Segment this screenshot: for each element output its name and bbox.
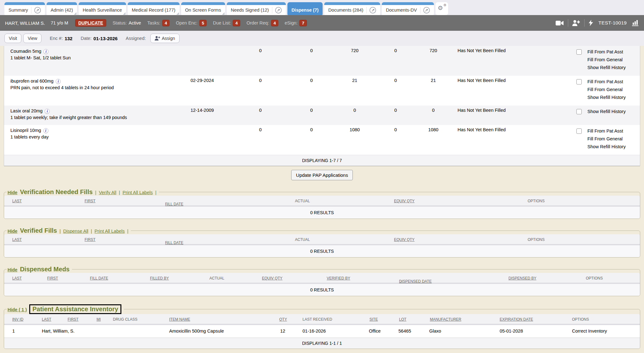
duplicate-badge[interactable]: DUPLICATE [75, 19, 106, 27]
open-in-new-window[interactable]: ↗ [272, 7, 282, 14]
col-last[interactable]: LAST [42, 317, 51, 322]
tab-documents-dv[interactable]: Documents-DV ↗ [382, 2, 434, 15]
info-icon[interactable]: i [45, 109, 50, 114]
tab-label: Documents (284) [328, 8, 363, 13]
col-mi[interactable]: MI [97, 317, 101, 322]
tab-dispense[interactable]: Dispense (7) [287, 2, 323, 15]
quick-actions-lightning-icon[interactable] [589, 20, 593, 26]
fill-from-general-link[interactable]: Fill From General [587, 86, 640, 94]
fill-from-general-link[interactable]: Fill From General [587, 135, 640, 143]
section-title: Verified Fills [20, 227, 57, 234]
correct-inventory-link[interactable]: Correct Inventory [572, 329, 607, 334]
patient-stats-icon[interactable] [632, 20, 639, 26]
col-actual: ACTUAL [295, 237, 310, 242]
col-inv-id[interactable]: INV ID [12, 317, 23, 322]
col-fill-date[interactable]: FILL DATE [90, 276, 108, 280]
tab-admin[interactable]: Admin (42) [47, 2, 77, 15]
hide-link[interactable]: Hide [8, 229, 17, 234]
med-sig: PRN pain, not to exceed 4 tablets in 24 … [10, 84, 175, 91]
open-enc-count-badge[interactable]: 5 [199, 20, 207, 26]
tab-needs-signed[interactable]: Needs Signed (12) ↗ [227, 2, 286, 15]
print-all-labels-link[interactable]: Print All Labels [123, 190, 153, 195]
col-dispensed-by[interactable]: DISPENSED BY [508, 276, 536, 280]
tab-label: Health Surveillance [83, 8, 122, 13]
hide-link[interactable]: Hide ( 1 ) [8, 307, 27, 312]
col-filled-by[interactable]: FILLED BY [150, 276, 169, 280]
col-first[interactable]: FIRST [85, 199, 96, 203]
col-site[interactable]: SITE [369, 317, 378, 322]
menu-fold-icon [222, 12, 225, 15]
menu-fold-icon [176, 12, 179, 15]
med-qty: 1080 [413, 127, 454, 132]
col-first[interactable]: FIRST [68, 317, 79, 322]
fill-from-pat-asst-link[interactable]: Fill From Pat Asst [587, 48, 640, 56]
tab-settings-button[interactable]: ⚙ ⚙ [436, 2, 448, 15]
dispense-all-link[interactable]: Dispense All [63, 229, 88, 234]
info-icon[interactable]: i [43, 128, 48, 133]
verification-needed-fills-section: Hide Verification Needed Fills | Verify … [4, 188, 640, 219]
assign-button[interactable]: Assign [150, 34, 180, 43]
med-qty: 0 [378, 127, 413, 132]
fill-checkbox[interactable] [576, 128, 582, 134]
fill-from-general-link[interactable]: Fill From General [587, 56, 640, 64]
hide-link[interactable]: Hide [8, 190, 17, 195]
video-visit-icon[interactable] [556, 20, 564, 26]
info-icon[interactable]: i [56, 79, 61, 84]
fill-from-pat-asst-link[interactable]: Fill From Pat Asst [587, 127, 640, 135]
tasks-count-badge[interactable]: 4 [162, 20, 170, 26]
col-manufacturer[interactable]: MANUFACTURER [430, 317, 461, 322]
col-verified-by[interactable]: VERIFIED BY [327, 276, 350, 280]
tab-medical-record[interactable]: Medical Record (177) [128, 2, 180, 15]
col-equiv-qty[interactable]: EQUIV QTY [262, 276, 282, 280]
open-in-new-window[interactable]: ↗ [366, 7, 376, 14]
show-refill-history-link[interactable]: Show Refill History [587, 94, 640, 101]
visit-button[interactable]: Visit [4, 34, 21, 43]
open-in-new-window[interactable]: ↗ [31, 7, 41, 14]
view-button[interactable]: View [23, 34, 42, 43]
tab-on-screen-forms[interactable]: On Screen Forms [181, 2, 225, 15]
add-user-icon[interactable] [572, 20, 580, 26]
hide-link[interactable]: Hide [8, 267, 17, 272]
col-first[interactable]: FIRST [85, 237, 96, 242]
col-last[interactable]: LAST [12, 276, 22, 280]
col-equiv-qty[interactable]: EQUIV QTY [394, 237, 414, 242]
fill-checkbox[interactable] [576, 49, 582, 55]
esign-count-badge[interactable]: 7 [299, 20, 307, 26]
med-sig: 1 tablets every day [10, 134, 175, 140]
info-icon[interactable]: i [43, 49, 48, 54]
tab-summary[interactable]: Summary ↗ [4, 2, 45, 15]
tab-documents[interactable]: Documents (284) ↗ [324, 2, 380, 15]
med-sig: 1 tablet po weekly; take if weight great… [10, 114, 175, 121]
col-lot[interactable]: LOT [399, 317, 406, 322]
col-last[interactable]: LAST [12, 199, 22, 203]
due-list-count-badge[interactable]: 4 [233, 20, 240, 26]
col-dispensed-date[interactable]: DISPENSED DATE [399, 279, 432, 284]
col-first[interactable]: FIRST [47, 276, 58, 280]
show-refill-history-link[interactable]: Show Refill History [587, 108, 640, 116]
col-last[interactable]: LAST [12, 237, 22, 242]
med-qty: 21 [413, 78, 454, 83]
open-in-new-window[interactable]: ↗ [420, 7, 430, 14]
col-item-name[interactable]: ITEM NAME [169, 317, 190, 322]
col-options: OPTIONS [528, 199, 545, 203]
order-req-count-badge[interactable]: 4 [271, 20, 279, 26]
col-qty[interactable]: QTY [279, 317, 287, 322]
update-pap-applications-button[interactable]: Update PAP Applications [291, 170, 353, 180]
tab-health-surveillance[interactable]: Health Surveillance [79, 2, 126, 15]
show-refill-history-link[interactable]: Show Refill History [587, 143, 640, 151]
fill-checkbox[interactable] [576, 79, 582, 84]
med-qty: 0 [378, 108, 413, 113]
external-link-icon: ↗ [369, 7, 376, 14]
col-expiration-date[interactable]: EXPIRATION DATE [500, 317, 533, 322]
open-enc-label: Open Enc: [176, 20, 197, 25]
fill-checkbox[interactable] [576, 109, 582, 114]
med-qty: 720 [413, 48, 454, 53]
fill-from-pat-asst-link[interactable]: Fill From Pat Asst [587, 78, 640, 86]
col-equiv-qty[interactable]: EQUIV QTY [394, 199, 414, 203]
item-name: Amoxicillin 500mg Capsule [169, 329, 224, 334]
tab-label: Admin (42) [51, 8, 73, 13]
print-all-labels-link[interactable]: Print All Labels [95, 229, 125, 234]
show-refill-history-link[interactable]: Show Refill History [587, 64, 640, 72]
verify-all-link[interactable]: Verify All [99, 190, 116, 195]
assign-button-label: Assign [162, 36, 175, 41]
